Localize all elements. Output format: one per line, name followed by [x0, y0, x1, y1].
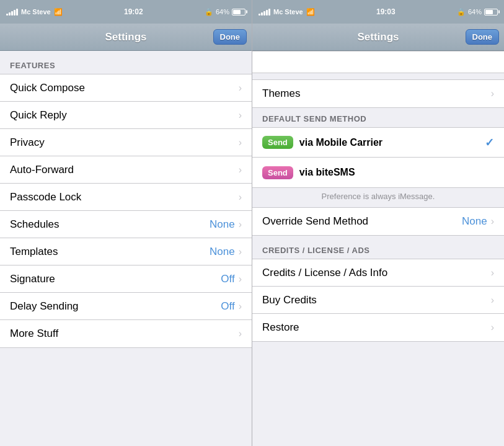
- restore-row[interactable]: Restore ›: [252, 314, 504, 341]
- buy-credits-chevron: ›: [491, 295, 494, 306]
- chevron-icon: ›: [239, 246, 242, 257]
- themes-chevron: ›: [491, 88, 494, 99]
- send-options-group: Send via Mobile Carrier ✓ Send via biteS…: [252, 127, 504, 188]
- signal-bars-right: [259, 9, 270, 16]
- send-option-carrier[interactable]: Send via Mobile Carrier ✓: [252, 128, 504, 158]
- row-label: Quick Reply: [10, 109, 239, 122]
- signal-bar-r2: [261, 12, 263, 16]
- row-label: Delay Sending: [10, 300, 221, 313]
- carrier-left: Mc Steve: [21, 8, 51, 16]
- credits-info-label: Credits / License / Ads Info: [262, 267, 491, 279]
- nav-title-left: Settings: [105, 31, 146, 43]
- status-bar-left: Mc Steve 📶 19:02 🔒 64%: [0, 0, 252, 24]
- row-label: Templates: [10, 246, 210, 258]
- chevron-icon: ›: [239, 219, 242, 230]
- time-right: 19:03: [376, 7, 396, 16]
- table-row[interactable]: Quick Reply›: [0, 102, 252, 129]
- send-label-carrier: via Mobile Carrier: [299, 137, 485, 148]
- default-send-header: Default Send Method: [252, 108, 504, 127]
- chevron-icon: ›: [239, 83, 242, 94]
- signal-bar-1: [6, 14, 8, 16]
- signal-bar-r5: [268, 9, 270, 16]
- send-label-bitesms: via biteSMS: [299, 167, 494, 178]
- chevron-icon: ›: [239, 164, 242, 176]
- override-group: Override Send Method None ›: [252, 207, 504, 236]
- send-badge-green: Send: [262, 136, 293, 149]
- credits-group: Credits / License / Ads Info › Buy Credi…: [252, 259, 504, 342]
- row-label: Schedules: [10, 218, 210, 231]
- table-row[interactable]: SchedulesNone›: [0, 211, 252, 238]
- carrier-right: Mc Steve: [273, 8, 303, 16]
- table-row[interactable]: Auto-Forward›: [0, 156, 252, 184]
- chevron-icon: ›: [239, 110, 242, 121]
- left-panel: Mc Steve 📶 19:02 🔒 64% Settings Done Fea…: [0, 0, 252, 446]
- row-label: Passcode Lock: [10, 191, 239, 203]
- override-label: Override Send Method: [262, 215, 462, 228]
- row-value: Off: [221, 273, 234, 285]
- done-button-left[interactable]: Done: [213, 29, 247, 45]
- done-button-right[interactable]: Done: [466, 29, 500, 45]
- battery-fill-left: [233, 10, 241, 14]
- battery-percent-right: 64%: [468, 8, 482, 16]
- signal-bars: [6, 9, 18, 16]
- preference-note: Preference is always iMessage.: [252, 188, 504, 207]
- restore-chevron: ›: [491, 322, 494, 333]
- themes-row[interactable]: Themes ›: [252, 80, 504, 107]
- table-row[interactable]: Passcode Lock›: [0, 184, 252, 211]
- signal-bar-2: [9, 12, 11, 16]
- battery-fill-right: [485, 10, 493, 14]
- table-row[interactable]: SignatureOff›: [0, 265, 252, 293]
- themes-label: Themes: [262, 87, 491, 100]
- table-row[interactable]: Quick Compose›: [0, 74, 252, 102]
- status-right-right: 🔒 64%: [457, 8, 498, 16]
- right-panel: Mc Steve 📶 19:03 🔒 64% Settings Done The…: [252, 0, 504, 446]
- row-value: None: [210, 246, 235, 258]
- override-row[interactable]: Override Send Method None ›: [252, 208, 504, 235]
- features-header: Features: [0, 51, 252, 74]
- signal-bar-3: [11, 11, 13, 16]
- send-option-bitesms[interactable]: Send via biteSMS: [252, 158, 504, 187]
- override-chevron: ›: [491, 216, 494, 227]
- chevron-icon: ›: [239, 192, 242, 203]
- nav-bar-right: Settings Done: [252, 24, 504, 51]
- status-left-right: Mc Steve 📶: [259, 8, 315, 16]
- send-badge-pink: Send: [262, 166, 293, 179]
- signal-bar-4: [14, 10, 15, 16]
- checkmark-carrier: ✓: [485, 136, 494, 149]
- lock-icon-left: 🔒: [205, 8, 213, 16]
- battery-icon-right: [484, 9, 498, 16]
- lock-icon-right: 🔒: [457, 8, 466, 16]
- buy-credits-row[interactable]: Buy Credits ›: [252, 287, 504, 314]
- row-label: More Stuff: [10, 328, 239, 340]
- credits-header: Credits / License / Ads: [252, 236, 504, 259]
- battery-percent-left: 64%: [216, 8, 229, 16]
- table-row[interactable]: TemplatesNone›: [0, 238, 252, 265]
- table-row[interactable]: Delay SendingOff›: [0, 293, 252, 320]
- buy-credits-label: Buy Credits: [262, 294, 491, 306]
- row-value: Off: [221, 300, 234, 313]
- row-label: Signature: [10, 273, 221, 285]
- table-row[interactable]: More Stuff›: [0, 320, 252, 347]
- signal-bar-r4: [266, 10, 268, 16]
- credits-info-row[interactable]: Credits / License / Ads Info ›: [252, 259, 504, 287]
- row-label: Auto-Forward: [10, 164, 239, 176]
- partial-top-row: [252, 51, 504, 73]
- row-value: None: [210, 218, 235, 231]
- status-right-left: 🔒 64%: [205, 8, 245, 16]
- chevron-icon: ›: [239, 274, 242, 285]
- nav-title-right: Settings: [357, 31, 399, 43]
- signal-bar-r1: [259, 14, 260, 16]
- status-left: Mc Steve 📶: [6, 8, 63, 16]
- content-left: Features Quick Compose›Quick Reply›Priva…: [0, 51, 252, 446]
- chevron-icon: ›: [239, 301, 242, 312]
- chevron-icon: ›: [239, 328, 242, 339]
- table-row[interactable]: Privacy›: [0, 129, 252, 156]
- restore-label: Restore: [262, 321, 491, 334]
- themes-group: Themes ›: [252, 79, 504, 108]
- credits-info-chevron: ›: [491, 267, 494, 279]
- override-value: None: [462, 215, 487, 228]
- signal-bar-r3: [263, 11, 265, 16]
- chevron-icon: ›: [239, 137, 242, 148]
- features-table: Quick Compose›Quick Reply›Privacy›Auto-F…: [0, 74, 252, 348]
- nav-bar-left: Settings Done: [0, 24, 252, 51]
